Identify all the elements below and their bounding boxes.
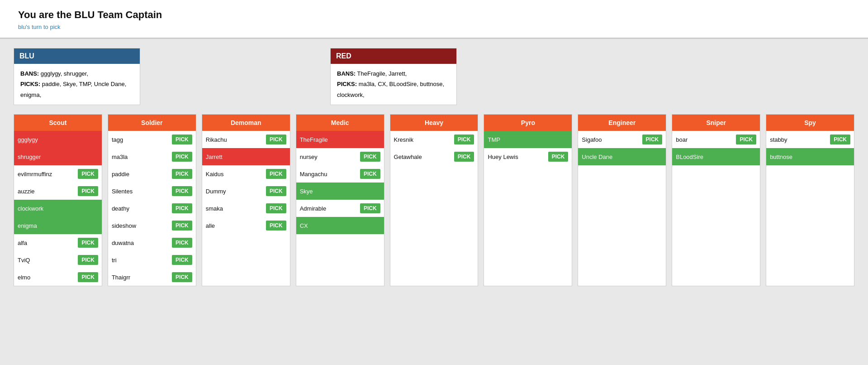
pick-button[interactable]: PICK bbox=[172, 134, 192, 144]
pick-button[interactable]: PICK bbox=[266, 186, 286, 196]
turn-indicator: blu's turn to pick bbox=[18, 24, 850, 30]
pick-button[interactable]: PICK bbox=[266, 221, 286, 231]
red-team-card: RED BANS: TheFragile, Jarrett, PICKS: ma… bbox=[330, 48, 457, 105]
player-name: boar bbox=[676, 136, 688, 143]
col-header-spy: Spy bbox=[766, 115, 854, 131]
col-header-demoman: Demoman bbox=[202, 115, 290, 131]
player-name: nursey bbox=[300, 154, 318, 160]
pick-button[interactable]: PICK bbox=[78, 169, 98, 179]
blu-header: BLU bbox=[14, 48, 140, 64]
pick-button[interactable]: PICK bbox=[266, 134, 286, 144]
pick-button[interactable]: PICK bbox=[830, 134, 850, 144]
player-name: ggglygy bbox=[18, 136, 38, 143]
red-body: BANS: TheFragile, Jarrett, PICKS: ma3la,… bbox=[331, 64, 456, 105]
player-name: tri bbox=[112, 257, 117, 264]
pick-button[interactable]: PICK bbox=[642, 134, 663, 144]
pick-button[interactable]: PICK bbox=[360, 152, 380, 162]
player-row: AdmirablePICK bbox=[296, 200, 384, 217]
player-name: Huey Lewis bbox=[488, 154, 518, 160]
player-name: clockwork bbox=[18, 205, 43, 212]
pick-button[interactable]: PICK bbox=[172, 272, 192, 282]
player-row: Skye bbox=[296, 182, 384, 200]
player-row: ThaigrrPICK bbox=[108, 269, 196, 286]
player-row: enigma bbox=[14, 217, 102, 234]
column-scout: ScoutggglygyshruggerevilmrmuffinzPICKauz… bbox=[14, 114, 102, 286]
player-row: triPICK bbox=[108, 251, 196, 269]
player-row: TviQPICK bbox=[14, 251, 102, 269]
player-row: MangachuPICK bbox=[296, 165, 384, 182]
pick-button[interactable]: PICK bbox=[172, 169, 192, 179]
player-name: Uncle Dane bbox=[582, 154, 612, 160]
pick-button[interactable]: PICK bbox=[78, 238, 98, 248]
player-row: SilentesPICK bbox=[108, 182, 196, 200]
player-name: Admirable bbox=[300, 205, 327, 212]
player-name: Rikachu bbox=[206, 136, 227, 143]
col-header-soldier: Soldier bbox=[108, 115, 196, 131]
player-row: taggPICK bbox=[108, 131, 196, 148]
player-name: TheFragile bbox=[300, 136, 328, 143]
player-row: Uncle Dane bbox=[578, 148, 666, 165]
pick-button[interactable]: PICK bbox=[78, 255, 98, 265]
player-name: Sigafoo bbox=[582, 136, 602, 143]
player-name: shrugger bbox=[18, 154, 41, 160]
pick-button[interactable]: PICK bbox=[736, 134, 756, 144]
player-name: Thaigrr bbox=[112, 274, 130, 281]
col-header-pyro: Pyro bbox=[484, 115, 572, 131]
pick-button[interactable]: PICK bbox=[172, 221, 192, 231]
red-picks-label: PICKS: bbox=[337, 81, 357, 87]
pick-button[interactable]: PICK bbox=[172, 203, 192, 213]
pick-button[interactable]: PICK bbox=[548, 152, 569, 162]
player-row: clockwork bbox=[14, 200, 102, 217]
main-content: BLU BANS: ggglygy, shrugger, PICKS: padd… bbox=[0, 39, 868, 295]
pick-button[interactable]: PICK bbox=[454, 134, 474, 144]
pick-button[interactable]: PICK bbox=[78, 186, 98, 196]
pick-button[interactable]: PICK bbox=[78, 272, 98, 282]
col-header-sniper: Sniper bbox=[672, 115, 760, 131]
pick-button[interactable]: PICK bbox=[172, 238, 192, 248]
column-engineer: EngineerSigafooPICKUncle Dane bbox=[578, 114, 666, 286]
player-name: BLoodSire bbox=[676, 154, 703, 160]
pick-button[interactable]: PICK bbox=[172, 255, 192, 265]
player-name: TMP bbox=[488, 136, 500, 143]
player-row: paddiePICK bbox=[108, 165, 196, 182]
pick-button[interactable]: PICK bbox=[172, 152, 192, 162]
player-row: nurseyPICK bbox=[296, 148, 384, 165]
pick-button[interactable]: PICK bbox=[266, 203, 286, 213]
player-name: paddie bbox=[112, 171, 129, 178]
player-name: Jarrett bbox=[206, 154, 223, 160]
red-picks: PICKS: ma3la, CX, BLoodSire, buttnose, c… bbox=[337, 79, 450, 100]
blu-picks: PICKS: paddie, Skye, TMP, Uncle Dane, en… bbox=[20, 79, 133, 100]
player-row: TheFragile bbox=[296, 131, 384, 148]
player-row: KresnikPICK bbox=[390, 131, 478, 148]
player-name: enigma bbox=[18, 222, 37, 229]
player-columns: ScoutggglygyshruggerevilmrmuffinzPICKauz… bbox=[14, 114, 854, 286]
pick-button[interactable]: PICK bbox=[454, 152, 474, 162]
player-name: TviQ bbox=[18, 257, 30, 264]
red-header: RED bbox=[331, 48, 456, 64]
blu-bans-value: ggglygy, shrugger, bbox=[41, 70, 88, 77]
player-name: buttnose bbox=[770, 154, 792, 160]
player-row: sideshowPICK bbox=[108, 217, 196, 234]
player-name: evilmrmuffinz bbox=[18, 171, 52, 178]
player-name: Silentes bbox=[112, 188, 133, 195]
pick-button[interactable]: PICK bbox=[266, 169, 286, 179]
blu-body: BANS: ggglygy, shrugger, PICKS: paddie, … bbox=[14, 64, 140, 105]
player-row: Huey LewisPICK bbox=[484, 148, 572, 165]
player-row: RikachuPICK bbox=[202, 131, 290, 148]
blu-team-card: BLU BANS: ggglygy, shrugger, PICKS: padd… bbox=[14, 48, 140, 105]
player-name: sideshow bbox=[112, 222, 136, 229]
player-row: DummyPICK bbox=[202, 182, 290, 200]
player-row: elmoPICK bbox=[14, 269, 102, 286]
player-row: ma3laPICK bbox=[108, 148, 196, 165]
pick-button[interactable]: PICK bbox=[360, 203, 380, 213]
column-heavy: HeavyKresnikPICKGetawhalePICK bbox=[390, 114, 479, 286]
pick-button[interactable]: PICK bbox=[360, 169, 380, 179]
column-spy: SpystabbyPICKbuttnose bbox=[766, 114, 854, 286]
column-demoman: DemomanRikachuPICKJarrettKaidusPICKDummy… bbox=[202, 114, 290, 286]
column-sniper: SniperboarPICKBLoodSire bbox=[672, 114, 760, 286]
column-medic: MedicTheFragilenurseyPICKMangachuPICKSky… bbox=[296, 114, 384, 286]
player-row: duwatnaPICK bbox=[108, 234, 196, 251]
player-row: KaidusPICK bbox=[202, 165, 290, 182]
pick-button[interactable]: PICK bbox=[172, 186, 192, 196]
player-name: Skye bbox=[300, 188, 313, 195]
